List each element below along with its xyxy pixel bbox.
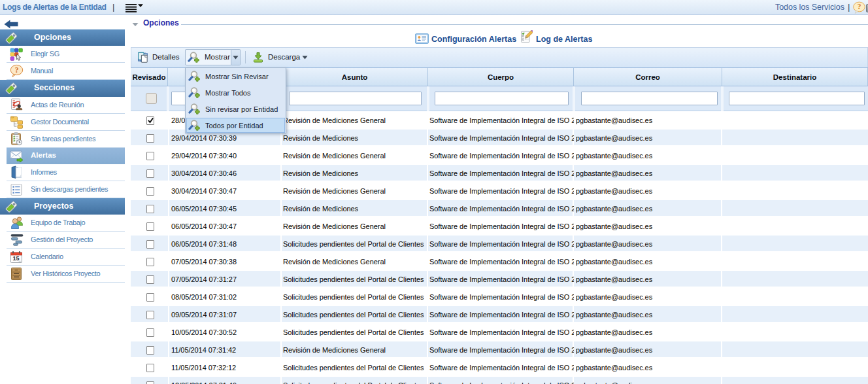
svg-text:15: 15 [12,255,19,262]
svg-text:?: ? [858,3,861,10]
svg-text:?: ? [15,66,19,74]
